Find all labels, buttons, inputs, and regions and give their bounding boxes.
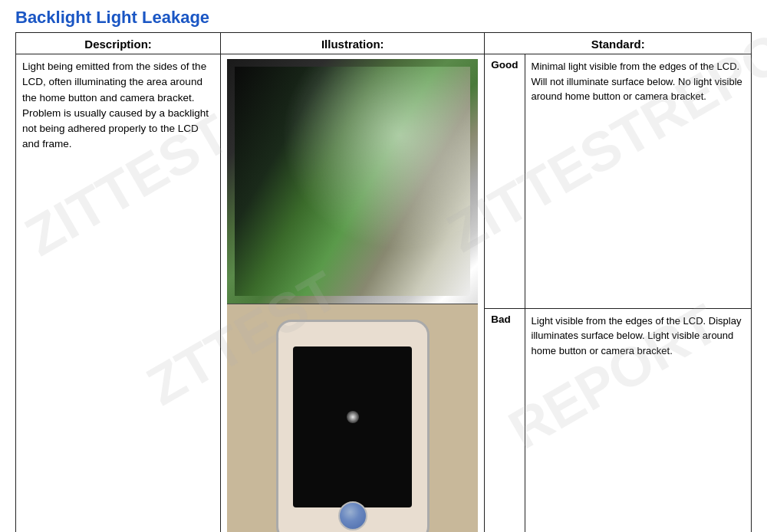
bad-label: Bad xyxy=(485,308,525,532)
description-cell: Light being emitted from the sides of th… xyxy=(16,54,221,533)
good-standard-text: Minimal light visible from the edges of … xyxy=(525,54,751,309)
phone-silhouette xyxy=(276,320,430,532)
content-row: Light being emitted from the sides of th… xyxy=(16,54,752,309)
illustration-image-bottom xyxy=(227,304,478,532)
header-standard: Standard: xyxy=(485,33,752,54)
header-description: Description: xyxy=(16,33,221,54)
illustration-cell xyxy=(221,54,485,533)
main-table: Description: Illustration: Standard: Lig… xyxy=(15,32,752,532)
description-text: Light being emitted from the sides of th… xyxy=(22,61,209,149)
good-label: Good xyxy=(485,54,525,309)
phone-screen xyxy=(293,346,412,507)
phone-home-button xyxy=(338,501,367,530)
header-illustration: Illustration: xyxy=(221,33,485,54)
page-title: Backlight Light Leakage xyxy=(15,8,752,28)
bad-standard-text: Light visible from the edges of the LCD.… xyxy=(525,308,751,532)
illustration-image-top xyxy=(227,59,478,304)
